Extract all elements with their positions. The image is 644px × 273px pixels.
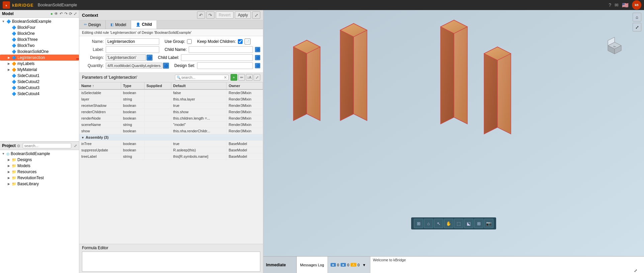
model-icon-eye[interactable]: 👁: [54, 11, 58, 16]
model-icon-circle[interactable]: ●: [51, 11, 53, 16]
params-add-icon[interactable]: +: [231, 74, 237, 81]
table-row[interactable]: treeLabel string this[R.symbols.name] Ba…: [79, 153, 263, 160]
maximize-context-button[interactable]: ⤢: [252, 11, 260, 19]
vp-tool-pan[interactable]: ✋: [444, 219, 453, 228]
params-more-icon[interactable]: ⤢: [254, 74, 260, 81]
child-label-toggle[interactable]: 🔵: [255, 55, 260, 60]
log-dropdown[interactable]: ▼: [361, 262, 367, 268]
design-set-input[interactable]: [197, 62, 253, 69]
viewport-home-button[interactable]: ⌂: [633, 13, 641, 21]
table-row[interactable]: isSelectable boolean false Render3Mixin: [79, 89, 263, 96]
keep-model-children-checkbox[interactable]: [238, 39, 243, 44]
vp-tool-grid[interactable]: ⊞: [414, 219, 423, 228]
table-row[interactable]: sceneName string "model" Render3Mixin: [79, 122, 263, 128]
model-icon-redo[interactable]: ↷: [64, 11, 68, 16]
tree-item-blockthree[interactable]: 🔷 BlockThree: [0, 37, 79, 43]
help-icon[interactable]: ?: [609, 2, 611, 8]
child-name-toggle[interactable]: 🔵: [255, 47, 260, 52]
design-set-toggle[interactable]: 🔵: [255, 63, 260, 68]
name-input[interactable]: [106, 38, 159, 45]
params-search-clear[interactable]: ✕: [224, 75, 227, 80]
project-toggle-designs[interactable]: ▶: [7, 158, 11, 161]
apply-button[interactable]: Apply: [235, 11, 251, 19]
cell-owner: Render3Mixin: [226, 103, 263, 109]
params-sort-icon[interactable]: ↕A: [246, 74, 253, 81]
child-name-input[interactable]: [189, 46, 253, 53]
vp-tool-shape[interactable]: ⬕: [464, 219, 473, 228]
vp-tool-camera[interactable]: 📷: [484, 219, 493, 228]
params-search-input[interactable]: [181, 75, 223, 79]
viewport-expand-button[interactable]: ⤢: [633, 23, 641, 31]
table-row[interactable]: renderNode boolean this.children.length …: [79, 115, 263, 122]
project-toggle-revolutiontest[interactable]: ▶: [7, 176, 11, 180]
vp-tool-select[interactable]: ↖: [434, 219, 443, 228]
tab-child[interactable]: 👤 Child: [131, 20, 157, 29]
project-filter-icon[interactable]: ⊙: [17, 144, 20, 148]
project-toggle-baselibrary[interactable]: ▶: [7, 182, 11, 186]
revert-button[interactable]: Revert: [216, 11, 234, 19]
use-group-checkbox[interactable]: [187, 39, 192, 44]
tree-item-legintersection[interactable]: ▶ 🔷 LegIntersection: [0, 55, 79, 61]
tree-item-mylabels[interactable]: ▶ 🔶 myLabels: [0, 61, 79, 67]
tab-design[interactable]: ✏ Design: [79, 20, 106, 29]
project-item-designs[interactable]: ▶ 📁 Designs: [0, 157, 79, 163]
project-root-toggle[interactable]: ▼: [1, 152, 5, 155]
messages-log-tab[interactable]: Messages Log: [297, 257, 328, 273]
design-toggle-icon[interactable]: 🔵: [147, 55, 153, 61]
info-count2-badge: ●: [341, 263, 346, 267]
vp-tool-box[interactable]: ⬚: [454, 219, 463, 228]
tree-item-sidecutout3[interactable]: 🔷 SideCutout3: [0, 85, 79, 91]
model-icon-refresh[interactable]: ⟳: [69, 11, 72, 16]
child-label-input[interactable]: [181, 54, 253, 61]
cube-navigator[interactable]: So: [605, 36, 625, 56]
svg-marker-9: [441, 20, 454, 124]
table-row[interactable]: show boolean this.nha.renderChildr... Re…: [79, 128, 263, 134]
tree-item-sidecutout1[interactable]: 🔷 SideCutout1: [0, 73, 79, 79]
vp-tool-measure[interactable]: ⊞: [474, 219, 483, 228]
project-root-icon: ◎: [6, 152, 10, 156]
bottom-expand-button[interactable]: ⤢: [634, 268, 637, 273]
viewport[interactable]: ⌂ ⤢ So ⊞ ⌂ ↖ ✋ ⬚: [263, 10, 644, 256]
project-item-models[interactable]: ▶ 📁 Models: [0, 163, 79, 169]
vp-tool-home[interactable]: ⌂: [424, 219, 433, 228]
formula-editor-input[interactable]: [82, 252, 260, 272]
tab-model[interactable]: ◧ Model: [106, 20, 131, 29]
project-root-item[interactable]: ▼ ◎ BooleanSolidExample: [0, 151, 79, 157]
tree-item-blocktwo[interactable]: 🔷 BlockTwo: [0, 43, 79, 49]
tree-item-sidecutout2[interactable]: 🔷 SideCutout2: [0, 79, 79, 85]
tree-toggle[interactable]: ▼: [1, 20, 5, 23]
user-avatar[interactable]: kB: [632, 0, 641, 10]
project-item-baselibrary[interactable]: ▶ 📁 BaseLibrary: [0, 181, 79, 187]
doc-icon-name[interactable]: 📄: [245, 39, 251, 45]
tree-item-blockfour[interactable]: 🔷 BlockFour: [0, 24, 79, 30]
project-toggle-models[interactable]: ▶: [7, 164, 11, 167]
mail-icon[interactable]: ✉: [615, 2, 619, 8]
table-row[interactable]: suppressUpdate boolean R.asleep(this) Ba…: [79, 147, 263, 153]
project-expand-icon[interactable]: ⤢: [74, 144, 77, 148]
group-toggle[interactable]: ▼: [81, 136, 84, 139]
table-row[interactable]: renderChildren boolean this.show Render3…: [79, 109, 263, 115]
project-search-input[interactable]: [24, 144, 70, 148]
tree-toggle-mylabels[interactable]: ▶: [7, 62, 11, 65]
tree-item-booleansolidone[interactable]: 🔷 BooleanSolidOne: [0, 49, 79, 55]
box2: [340, 23, 367, 121]
tree-item-blockone[interactable]: 🔷 BlockOne: [0, 30, 79, 37]
table-row[interactable]: inTree boolean true BaseModel: [79, 141, 263, 147]
quantity-toggle-icon[interactable]: 🔵: [163, 63, 169, 69]
table-row[interactable]: receiveShadow boolean true Render3Mixin: [79, 103, 263, 109]
tree-root-item[interactable]: ▼ 🔷 BooleanSolidExample: [0, 18, 79, 24]
project-toggle-resources[interactable]: ▶: [7, 170, 11, 174]
redo-button[interactable]: ↷: [206, 11, 214, 19]
model-icon-undo[interactable]: ↶: [60, 11, 63, 16]
tree-toggle-legintersection[interactable]: ▶: [7, 56, 11, 59]
tree-item-mymaterial[interactable]: ▶ 🔶 MyMaterial: [0, 67, 79, 73]
tree-toggle-mymaterial[interactable]: ▶: [7, 68, 11, 71]
model-icon-expand[interactable]: ⤢: [74, 11, 77, 16]
project-item-revolutiontest[interactable]: ▶ 📁 RevolutionTest: [0, 175, 79, 181]
label-input[interactable]: [106, 46, 159, 53]
project-item-resources[interactable]: ▶ 📁 Resources: [0, 169, 79, 175]
params-edit-icon[interactable]: ✏: [238, 74, 245, 81]
table-row[interactable]: layer string this.nha.layer Render3Mixin: [79, 96, 263, 103]
undo-button[interactable]: ↶: [197, 11, 205, 19]
tree-item-sidecutout4[interactable]: 🔷 SideCutout4: [0, 91, 79, 97]
